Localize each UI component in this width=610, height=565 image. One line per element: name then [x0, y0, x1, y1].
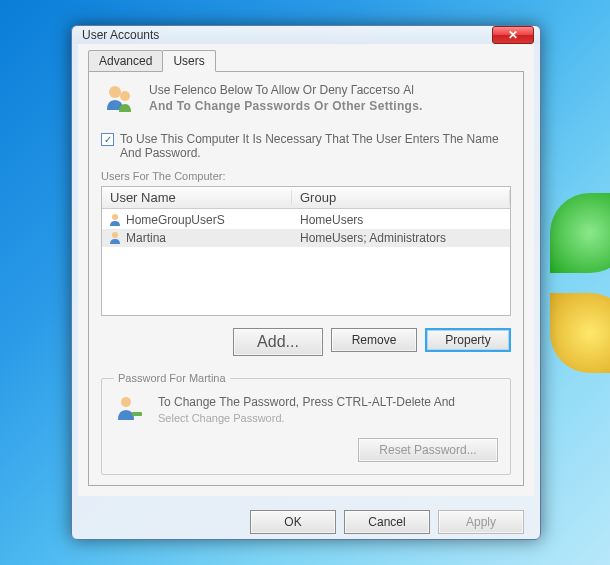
property-button[interactable]: Property: [425, 328, 511, 352]
reset-password-button[interactable]: Reset Password...: [358, 438, 498, 462]
require-login-label: To Use This Computer It Is Necessary Tha…: [120, 132, 511, 160]
password-instruction-1: To Change The Password, Press CTRL-ALT-D…: [158, 394, 455, 411]
table-row[interactable]: Martina HomeUsers; Administrators: [102, 229, 510, 247]
key-user-icon: [114, 394, 146, 426]
intro-section: Use Felenco Below To Allow Or Deny Гассе…: [101, 82, 511, 118]
user-icon: [108, 213, 122, 227]
svg-point-3: [112, 232, 118, 238]
users-list-label: Users For The Computer:: [101, 170, 511, 182]
table-header: User Name Group: [102, 187, 510, 209]
tab-panel-users: Use Felenco Below To Allow Or Deny Гассе…: [88, 71, 524, 486]
username-cell: HomeGroupUserS: [126, 213, 225, 227]
cancel-button[interactable]: Cancel: [344, 510, 430, 534]
remove-button[interactable]: Remove: [331, 328, 417, 352]
user-button-row: Add... Remove Property: [101, 328, 511, 356]
password-instruction-2: Select Change Password.: [158, 411, 455, 426]
close-button[interactable]: ✕: [492, 26, 534, 44]
svg-point-4: [121, 397, 131, 407]
group-cell: HomeUsers; Administrators: [292, 231, 510, 245]
intro-line-2: And To Change Passwords Or Other Setting…: [149, 98, 423, 114]
svg-rect-5: [132, 412, 142, 416]
ok-button[interactable]: OK: [250, 510, 336, 534]
user-accounts-window: User Accounts ✕ Advanced Users Use Felen…: [71, 25, 541, 540]
svg-point-1: [120, 91, 130, 101]
username-cell: Martina: [126, 231, 166, 245]
dialog-button-bar: OK Cancel Apply: [78, 502, 534, 542]
group-cell: HomeUsers: [292, 213, 510, 227]
tab-advanced[interactable]: Advanced: [88, 50, 163, 72]
password-legend: Password For Martina: [114, 372, 230, 384]
table-row[interactable]: HomeGroupUserS HomeUsers: [102, 211, 510, 229]
svg-point-0: [109, 86, 121, 98]
apply-button[interactable]: Apply: [438, 510, 524, 534]
tab-users[interactable]: Users: [162, 50, 215, 72]
window-content: Advanced Users Use Felenco Below To Allo…: [78, 44, 534, 496]
intro-line-1: Use Felenco Below To Allow Or Deny Гассе…: [149, 82, 423, 98]
password-section: Password For Martina To Change The Passw…: [101, 372, 511, 475]
column-header-group[interactable]: Group: [292, 190, 510, 205]
users-icon: [101, 82, 137, 118]
tab-strip: Advanced Users: [88, 50, 524, 72]
table-body: HomeGroupUserS HomeUsers Martina Home: [102, 209, 510, 249]
check-icon: ✓: [104, 134, 112, 145]
require-login-checkbox[interactable]: ✓: [101, 133, 114, 146]
add-button[interactable]: Add...: [233, 328, 323, 356]
user-icon: [108, 231, 122, 245]
require-login-checkbox-row: ✓ To Use This Computer It Is Necessary T…: [101, 132, 511, 160]
column-header-username[interactable]: User Name: [102, 190, 292, 205]
users-table: User Name Group HomeGroupUserS HomeUsers: [101, 186, 511, 316]
titlebar[interactable]: User Accounts ✕: [72, 26, 540, 44]
close-icon: ✕: [508, 28, 518, 42]
window-title: User Accounts: [82, 28, 492, 42]
svg-point-2: [112, 214, 118, 220]
